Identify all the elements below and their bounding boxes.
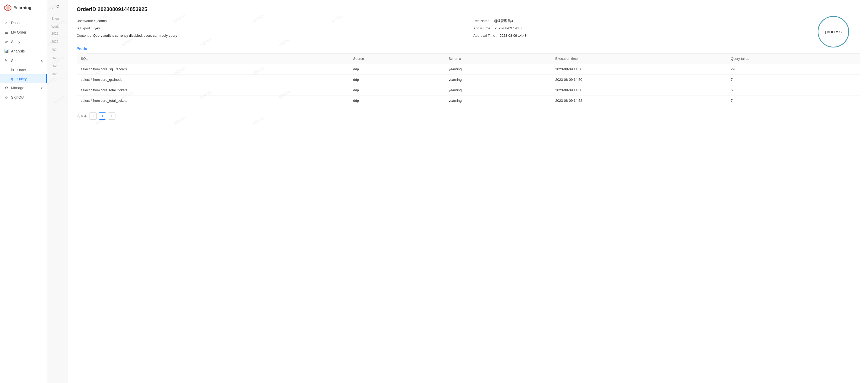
info-grid: UserName： admin RealName： 超级管理员3 Is Expo… (76, 19, 860, 38)
app-logo-icon (4, 4, 11, 11)
username-row: UserName： admin (76, 19, 463, 23)
table-row: select * from core_total_tickets ddp yea… (76, 95, 860, 106)
order-id-value: 20230809144853925 (98, 6, 147, 12)
cell-exec-time: 2023-08-09 14:50 (551, 85, 726, 95)
detail-panel: admin admin admin admin admin admin admi… (68, 0, 868, 383)
realname-label: RealName： (473, 19, 493, 23)
sidebar-item-audit-label: Audit (11, 59, 20, 63)
sidebar-item-dash-label: Dash (11, 21, 20, 25)
cell-sql: select * from core_sql_records (76, 64, 349, 74)
table-row: select * from core_sql_records ddp yearn… (76, 64, 860, 74)
content-row: Content： Query audit is currently disabl… (76, 33, 463, 38)
app-title: Yearning (13, 5, 31, 10)
cell-schema: yearning (444, 85, 551, 95)
cell-query-takes: 7 (726, 95, 860, 106)
cell-query-takes: 29 (726, 64, 860, 74)
sidebar-item-audit[interactable]: ✎ Audit ∧ (0, 56, 47, 65)
process-circle: process (817, 16, 849, 47)
audit-icon: ✎ (4, 59, 8, 63)
sidebar-item-order-label: Order (17, 68, 26, 72)
sidebar: Yearning ○ Dash ☰ My Order ▱ Apply 📊 Ana… (0, 0, 47, 383)
table-row: select * from core_total_tickets ddp yea… (76, 85, 860, 95)
content-label: Content： (76, 33, 92, 38)
sidebar-item-query-label: Query (17, 77, 27, 81)
sidebar-item-query[interactable]: ◎ Query (0, 74, 47, 83)
username-label: UserName： (76, 19, 96, 23)
col-query-takes: Query takes (726, 54, 860, 64)
back-arrow-icon: ← (52, 6, 55, 10)
cell-exec-time: 2023-08-09 14:50 (551, 74, 726, 85)
apply-icon: ▱ (4, 40, 8, 44)
order-icon: fx (10, 68, 15, 72)
apply-time-label: Apply Time： (473, 26, 494, 31)
cell-exec-time: 2023-08-09 14:52 (551, 95, 726, 106)
sidebar-item-order[interactable]: fx Order (0, 65, 47, 74)
is-export-label: Is Export： (76, 26, 93, 31)
order-id-header: OrderID 20230809144853925 (76, 6, 860, 12)
next-page-button[interactable]: › (108, 112, 116, 120)
sidebar-item-signout[interactable]: ⎋ SignOut (0, 93, 47, 102)
cell-schema: yearning (444, 64, 551, 74)
approval-time-label: Approval Time： (473, 33, 499, 38)
col-exec-time: Execution time (551, 54, 726, 64)
analysis-icon: 📊 (4, 49, 8, 53)
is-export-value: yes (94, 26, 100, 30)
cell-exec-time: 2023-08-09 14:50 (551, 64, 726, 74)
table-header-row: SQL Source Schema Execution time Query t… (76, 54, 860, 64)
apply-time-row: Apply Time： 2023-08-09 14:48 (473, 26, 860, 31)
apply-time-value: 2023-08-09 14:48 (495, 26, 522, 30)
pagination: 共 4 条 ‹ 1 › (76, 110, 860, 122)
username-value: admin (97, 19, 106, 23)
cell-query-takes: 6 (726, 85, 860, 95)
sidebar-item-analysis[interactable]: 📊 Analysis (0, 46, 47, 56)
detail-tabs: Profile (76, 44, 860, 54)
col-source: Source (349, 54, 444, 64)
manage-icon: ⚙ (4, 86, 8, 90)
sidebar-item-my-order-label: My Order (11, 30, 26, 34)
prev-page-button[interactable]: ‹ (89, 112, 97, 120)
cell-source: ddp (349, 64, 444, 74)
col-sql: SQL (76, 54, 349, 64)
audit-chevron-icon: ∧ (41, 59, 43, 62)
sidebar-item-dash[interactable]: ○ Dash (0, 18, 47, 28)
cell-sql: select * from core_total_tickets (76, 95, 349, 106)
realname-value: 超级管理员3 (494, 19, 513, 23)
sidebar-item-manage-label: Manage (11, 86, 24, 90)
sql-table: SQL Source Schema Execution time Query t… (76, 54, 860, 106)
approval-time-row: Approval Time： 2023-08-09 14:48 (473, 33, 860, 38)
cell-source: ddp (349, 74, 444, 85)
sidebar-item-apply[interactable]: ▱ Apply (0, 37, 47, 46)
sidebar-item-analysis-label: Analysis (11, 49, 25, 53)
content-value: Query audit is currently disabled, users… (93, 34, 177, 37)
sidebar-item-signout-label: SignOut (11, 95, 24, 99)
table-row: select * from core_graineds ddp yearning… (76, 74, 860, 85)
order-id-label: OrderID (76, 6, 96, 12)
sidebar-item-my-order[interactable]: ☰ My Order (0, 28, 47, 37)
sidebar-nav: ○ Dash ☰ My Order ▱ Apply 📊 Analysis ✎ A… (0, 16, 47, 383)
dash-icon: ○ (4, 21, 8, 25)
cell-source: ddp (349, 85, 444, 95)
sidebar-item-apply-label: Apply (11, 40, 20, 44)
realname-row: RealName： 超级管理员3 (473, 19, 860, 23)
cell-sql: select * from core_graineds (76, 74, 349, 85)
page-1-button[interactable]: 1 (99, 112, 106, 120)
cell-query-takes: 7 (726, 74, 860, 85)
cell-sql: select * from core_total_tickets (76, 85, 349, 95)
process-label: process (825, 29, 841, 35)
main-area: admin admin admin admin admin admin ← C … (47, 0, 868, 383)
signout-icon: ⎋ (4, 95, 8, 99)
watermark: admin (52, 94, 66, 105)
sidebar-logo: Yearning (0, 0, 47, 16)
pagination-total: 共 4 条 (76, 114, 87, 118)
svg-marker-1 (6, 6, 10, 10)
cell-schema: yearning (444, 95, 551, 106)
is-export-row: Is Export： yes (76, 26, 463, 31)
tab-profile[interactable]: Profile (76, 44, 87, 53)
sidebar-item-manage[interactable]: ⚙ Manage ∨ (0, 83, 47, 93)
my-order-icon: ☰ (4, 30, 8, 34)
left-panel-title: C (56, 4, 59, 8)
query-icon: ◎ (10, 76, 15, 81)
col-schema: Schema (444, 54, 551, 64)
cell-schema: yearning (444, 74, 551, 85)
approval-time-value: 2023-08-09 14:48 (500, 34, 527, 37)
